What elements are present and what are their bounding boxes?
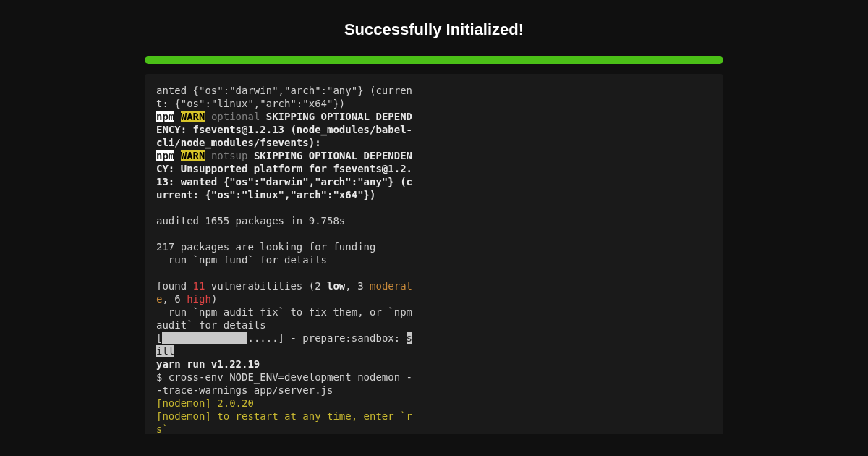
progress-bar: [145, 56, 723, 64]
terminal-window[interactable]: anted {"os":"darwin","arch":"any"} (curr…: [145, 74, 723, 434]
page-title: Successfully Initialized!: [344, 20, 524, 39]
terminal-output: anted {"os":"darwin","arch":"any"} (curr…: [156, 84, 417, 434]
